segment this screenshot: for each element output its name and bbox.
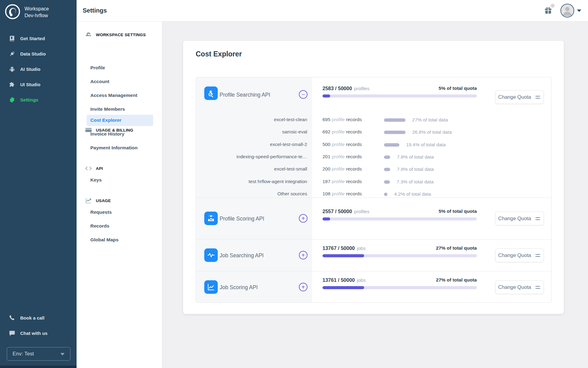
record-unit2: records bbox=[346, 191, 362, 196]
api-name: Profile Scoring API bbox=[220, 216, 264, 222]
sidebar-item-label: AI Studio bbox=[20, 67, 40, 72]
quota-percent-label: 5% of total quota bbox=[439, 209, 477, 214]
hrflow-logo-icon bbox=[5, 4, 20, 21]
sidebar-item-ui-studio[interactable]: UI Studio bbox=[0, 77, 77, 92]
environment-select-value: Env: Test bbox=[13, 351, 34, 357]
chat-with-us-button[interactable]: Chat with us bbox=[0, 325, 77, 341]
expand-row-button[interactable]: + bbox=[299, 251, 307, 259]
source-share-bar bbox=[384, 143, 399, 147]
cost-explorer-card: Cost Explorer Profile Searching API − 25… bbox=[183, 41, 564, 314]
subnav-item-profile[interactable]: Profile bbox=[90, 65, 105, 71]
subnav-item-cost-explorer[interactable]: Cost Explorer bbox=[90, 117, 122, 123]
record-count: 201 bbox=[322, 154, 330, 159]
subnav-item-access-management[interactable]: Access Management bbox=[90, 93, 137, 98]
sidebar-item-ai-studio[interactable]: AI Studio bbox=[0, 61, 77, 77]
sidebar-item-get-started[interactable]: Get Started bbox=[0, 31, 77, 46]
row-divider bbox=[196, 271, 552, 271]
people-icon bbox=[85, 31, 92, 38]
quota-progress-fill bbox=[322, 254, 364, 257]
section-title: WORKSPACE SETTINGS bbox=[96, 33, 146, 37]
usage-count: 13761 / 50000 bbox=[322, 277, 355, 283]
card-title: Cost Explorer bbox=[196, 50, 242, 58]
sidebar-item-data-studio[interactable]: Data Studio bbox=[0, 46, 77, 61]
change-quota-label: Change Quota bbox=[498, 216, 531, 221]
breakdown-row: samsic-eval 692 profile records 26.8% of… bbox=[196, 129, 551, 136]
subnav-item-keys[interactable]: Keys bbox=[90, 177, 102, 183]
subnav-item-invoice-history[interactable]: Invoice History bbox=[90, 131, 124, 137]
quota-progress-track bbox=[322, 254, 477, 257]
change-quota-label: Change Quota bbox=[498, 252, 531, 258]
record-count: 200 bbox=[322, 166, 330, 171]
api-name-column-background bbox=[196, 77, 312, 303]
quota-percent-label: 27% of total quota bbox=[436, 245, 477, 251]
api-name: Profile Searching API bbox=[220, 92, 270, 98]
puzzle-icon bbox=[9, 81, 15, 88]
record-unit: profile bbox=[332, 179, 345, 184]
usage-count: 2583 / 50000 bbox=[322, 86, 352, 91]
sidebar-item-settings[interactable]: Settings bbox=[0, 92, 77, 107]
api-name: Job Scoring API bbox=[220, 284, 258, 291]
profile-searching-api-icon bbox=[204, 86, 218, 100]
record-unit2: records bbox=[346, 142, 362, 147]
source-share-label: 7.3% of total data bbox=[397, 179, 434, 185]
change-quota-button[interactable]: Change Quota bbox=[495, 280, 544, 294]
expand-row-button[interactable]: + bbox=[299, 283, 307, 291]
source-name: excel-test-clean bbox=[196, 117, 307, 122]
source-share-bar bbox=[384, 118, 405, 122]
avatar[interactable] bbox=[560, 4, 574, 17]
phone-icon bbox=[9, 314, 15, 321]
plug-icon bbox=[9, 50, 15, 57]
workspace-label: Workspace bbox=[24, 6, 49, 12]
subnav-item-invite-members[interactable]: Invite Members bbox=[90, 106, 125, 112]
section-api: API bbox=[85, 165, 103, 172]
usage-unit: jobs bbox=[357, 278, 366, 283]
workspace-name: Dev-hrflow bbox=[24, 12, 49, 19]
subnav-item-payment-information[interactable]: Payment Information bbox=[90, 145, 138, 151]
source-share-bar bbox=[384, 168, 390, 171]
collapse-row-button[interactable]: − bbox=[299, 90, 307, 99]
source-share-label: 19.4% of total data bbox=[406, 142, 446, 148]
row-divider bbox=[196, 197, 552, 198]
job-scoring-api-icon bbox=[204, 280, 218, 294]
source-name: indexing-speed-performance-te… bbox=[196, 154, 307, 159]
subnav-item-account[interactable]: Account bbox=[90, 79, 109, 84]
quota-progress-fill bbox=[322, 286, 364, 289]
source-share-bar bbox=[384, 131, 405, 134]
subnav-item-requests[interactable]: Requests bbox=[90, 209, 112, 215]
subnav-item-global-maps[interactable]: Global Maps bbox=[90, 237, 119, 243]
source-name: test hrflow-agent integration bbox=[196, 179, 307, 184]
subnav-item-records[interactable]: Records bbox=[90, 223, 109, 229]
usage-unit: profiles bbox=[354, 86, 369, 91]
main-content: Cost Explorer Profile Searching API − 25… bbox=[162, 21, 588, 368]
api-usage-stats: 2583 / 50000 profiles 5% of total quota bbox=[322, 86, 477, 98]
profile-scoring-api-icon bbox=[204, 212, 218, 225]
record-count: 108 bbox=[322, 191, 330, 196]
change-quota-button[interactable]: Change Quota bbox=[495, 212, 544, 225]
expand-row-button[interactable]: + bbox=[299, 214, 307, 223]
book-a-call-button[interactable]: Book a call bbox=[0, 310, 77, 325]
breakdown-row: excel-test-clean 695 profile records 27%… bbox=[196, 117, 551, 123]
sidebar-bottom-strip bbox=[0, 366, 77, 368]
quota-progress-track bbox=[322, 217, 477, 220]
source-share-label: 7.8% of total data bbox=[397, 154, 434, 160]
top-bar: Settings bbox=[77, 0, 588, 21]
workspace-logo-row[interactable]: Workspace Dev-hrflow bbox=[5, 4, 49, 21]
source-name: excel-test-small-2 bbox=[196, 142, 307, 147]
page-title: Settings bbox=[83, 7, 107, 14]
tune-icon bbox=[535, 252, 541, 259]
change-quota-button[interactable]: Change Quota bbox=[495, 90, 544, 104]
record-unit: profile bbox=[332, 142, 345, 147]
tune-icon bbox=[535, 94, 541, 100]
api-usage-stats: 13761 / 50000 jobs 27% of total quota bbox=[322, 277, 477, 289]
breakdown-row: test hrflow-agent integration 187 profil… bbox=[196, 178, 551, 185]
change-quota-button[interactable]: Change Quota bbox=[495, 248, 544, 262]
source-share-label: 27% of total data bbox=[412, 117, 448, 123]
record-unit: profile bbox=[332, 117, 345, 122]
environment-select[interactable]: Env: Test bbox=[7, 347, 70, 361]
gear-icon bbox=[9, 96, 15, 103]
tune-icon bbox=[535, 284, 541, 290]
sidebar-item-label: UI Studio bbox=[20, 82, 40, 87]
avatar-menu-caret[interactable] bbox=[577, 10, 581, 12]
section-title: API bbox=[96, 166, 103, 171]
settings-subnav: WORKSPACE SETTINGS Profile Account Acces… bbox=[77, 21, 162, 368]
